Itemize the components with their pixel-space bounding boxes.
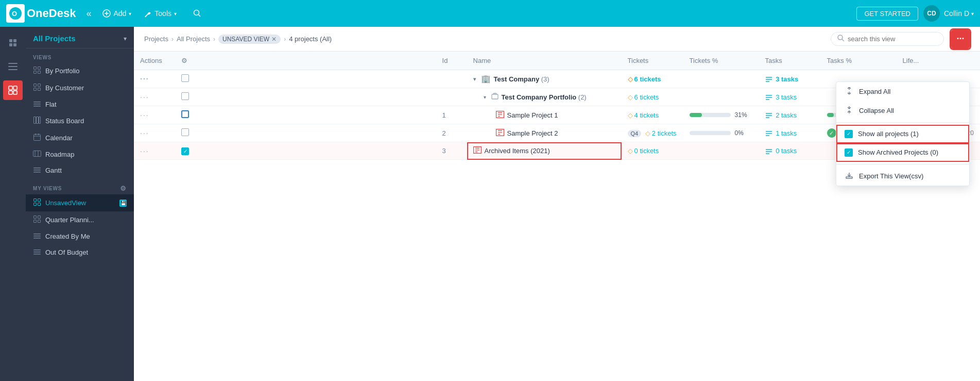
user-chevron-icon: ▾: [971, 11, 974, 16]
tasks-link[interactable]: 2 tasks: [765, 111, 797, 119]
tickets-link[interactable]: ◇2 tickets: [645, 129, 677, 137]
row-actions[interactable]: ···: [134, 88, 175, 106]
gear-icon[interactable]: ⚙: [181, 57, 187, 64]
user-name[interactable]: Collin D: [944, 9, 969, 18]
tasks-link[interactable]: 1 tasks: [765, 129, 797, 137]
dropdown-show-all-projects[interactable]: ✓ Show all projects (1): [836, 125, 969, 143]
tasks-link[interactable]: 3 tasks: [765, 75, 799, 83]
breadcrumb-all-projects[interactable]: All Projects: [177, 35, 210, 43]
tickets-link[interactable]: ◇6 tickets: [628, 93, 659, 101]
sidebar-item-roadmap[interactable]: Roadmap: [26, 146, 134, 162]
sidebar-item-flat-label: Flat: [45, 101, 57, 108]
tasks-link[interactable]: 0 tasks: [765, 147, 797, 155]
more-options-button[interactable]: ···: [951, 30, 970, 48]
tasks-link[interactable]: 3 tasks: [765, 93, 797, 101]
row-actions[interactable]: ···: [134, 70, 175, 88]
sidebar-item-out-of-budget[interactable]: Out Of Budget: [26, 244, 134, 260]
get-started-button[interactable]: GET STARTED: [856, 7, 918, 21]
sidebar-item-by-customer[interactable]: By Customer: [26, 79, 134, 96]
dropdown-divider1: [836, 122, 969, 123]
search-button[interactable]: [187, 6, 208, 21]
row-name-cell: Archived Items (2021): [467, 142, 622, 160]
svg-rect-43: [38, 199, 41, 202]
breadcrumb-tag-text: UNSAVED VIEW: [222, 36, 269, 43]
sidebar-icon-list[interactable]: [3, 57, 23, 76]
sidebar-icon-projects[interactable]: [3, 80, 23, 100]
show-all-projects-checkbox[interactable]: ✓: [845, 130, 853, 138]
dropdown-collapse-all[interactable]: Collapse All: [836, 101, 969, 120]
tickets-link[interactable]: ◇6 tickets: [628, 75, 661, 83]
breadcrumb-projects[interactable]: Projects: [144, 35, 168, 43]
tasks-complete-icon: ✓: [827, 128, 836, 138]
sidebar-title[interactable]: All Projects: [33, 34, 76, 43]
sidebar-chevron-icon[interactable]: ▾: [124, 35, 127, 42]
sidebar-icon-home[interactable]: [3, 33, 23, 53]
svg-rect-39: [33, 168, 41, 169]
icon-sidebar: [0, 27, 26, 381]
row-tickets-pct: [683, 88, 759, 106]
svg-rect-17: [13, 91, 17, 94]
row-checkbox[interactable]: [181, 74, 189, 82]
svg-line-57: [842, 39, 844, 41]
expand-arrow-icon[interactable]: ▾: [473, 76, 476, 82]
breadcrumb-tag[interactable]: UNSAVED VIEW ✕: [218, 35, 281, 44]
breadcrumb-tag-close-icon[interactable]: ✕: [271, 36, 277, 43]
logo-text: OneDesk: [27, 7, 76, 20]
views-section-label: VIEWS: [26, 48, 134, 62]
sidebar-item-by-portfolio[interactable]: By Portfolio: [26, 62, 134, 79]
dropdown-divider2: [836, 164, 969, 164]
show-archived-checkbox[interactable]: ✓: [845, 148, 853, 157]
row-actions[interactable]: ···: [134, 124, 175, 142]
row-checkbox[interactable]: ✓: [181, 147, 189, 155]
sidebar-item-created-by-me[interactable]: Created By Me: [26, 228, 134, 244]
sidebar-item-gantt[interactable]: Gantt: [26, 162, 134, 178]
row-checkbox-cell: [175, 106, 436, 124]
sidebar-item-quarter-planning[interactable]: Quarter Planni...: [26, 211, 134, 228]
row-actions[interactable]: ···: [134, 142, 175, 160]
row-tasks: 3 tasks: [759, 88, 821, 106]
col-tasks-pct: Tasks %: [821, 52, 897, 70]
ticket-icon: ◇: [628, 75, 633, 83]
save-icon: 💾: [119, 200, 127, 207]
row-actions[interactable]: ···: [134, 106, 175, 124]
add-button[interactable]: Add ▾: [96, 6, 137, 21]
company-name: Test Company (3): [494, 75, 549, 83]
user-avatar[interactable]: CD: [923, 5, 940, 22]
sidebar-item-unsaved-view[interactable]: UnsavedView 💾: [26, 194, 134, 211]
project-name-text: Sample Project 1: [507, 111, 558, 119]
row-id: 2: [436, 124, 467, 142]
show-all-projects-label: Show all projects (1): [858, 130, 919, 138]
row-checkbox[interactable]: [181, 128, 189, 136]
tools-button[interactable]: Tools ▾: [137, 6, 183, 21]
svg-rect-25: [38, 88, 41, 91]
ticket-icon: ◇: [645, 129, 650, 137]
svg-rect-50: [33, 234, 41, 235]
nav-collapse-icon[interactable]: «: [86, 8, 91, 19]
col-tickets-pct: Tickets %: [683, 52, 759, 70]
svg-rect-46: [34, 216, 37, 219]
svg-rect-36: [33, 151, 41, 157]
tickets-link[interactable]: ◇4 tickets: [628, 111, 659, 119]
expand-arrow-icon[interactable]: ▾: [484, 94, 486, 100]
dropdown-export-csv[interactable]: Export This View(csv): [836, 167, 969, 186]
sidebar-item-calendar[interactable]: Calendar: [26, 129, 134, 146]
dropdown-expand-all[interactable]: Expand All: [836, 82, 969, 101]
row-checkbox[interactable]: [181, 110, 189, 118]
tickets-link[interactable]: ◇0 tickets: [628, 147, 659, 155]
row-checkbox[interactable]: [181, 92, 189, 100]
tasks-progress-fill: [827, 113, 834, 117]
breadcrumb-search-box: [831, 32, 944, 46]
svg-rect-11: [8, 63, 18, 64]
row-tasks: 1 tasks: [759, 124, 821, 142]
top-nav: O OneDesk « Add ▾ Tools ▾ GET STARTED CD…: [0, 0, 980, 27]
expand-all-icon: [845, 87, 854, 96]
sidebar-item-flat[interactable]: Flat: [26, 96, 134, 112]
search-input[interactable]: [848, 35, 925, 43]
out-of-budget-icon: [33, 249, 41, 256]
tickets-progress-bar: [690, 113, 731, 117]
sidebar-item-status-board[interactable]: Status Board: [26, 112, 134, 129]
my-views-settings-icon[interactable]: ⚙: [120, 185, 127, 192]
tickets-progress-fill: [690, 113, 702, 117]
add-chevron-icon: ▾: [129, 11, 131, 16]
dropdown-show-archived[interactable]: ✓ Show Archived Projects (0): [836, 143, 969, 162]
